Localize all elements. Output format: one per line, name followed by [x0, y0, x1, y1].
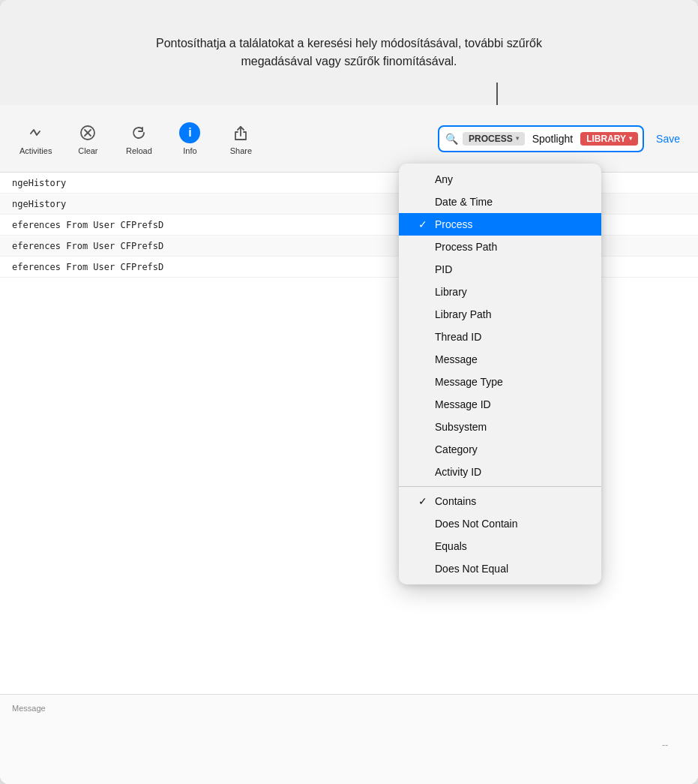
search-bar[interactable]: 🔍 PROCESS ▾ Spotlight LIBRARY ▾: [438, 125, 644, 152]
toolbar: Activities Clear: [0, 105, 698, 173]
reload-icon: [128, 122, 149, 143]
dropdown-item-message-type[interactable]: Message Type: [399, 371, 601, 393]
dropdown-item-any[interactable]: Any: [399, 168, 601, 191]
app-window: Pontosíthatja a találatokat a keresési h…: [0, 0, 698, 784]
info-button[interactable]: i Info: [167, 118, 212, 160]
check-icon: ✓: [417, 218, 429, 230]
share-button[interactable]: Share: [218, 118, 263, 160]
tooltip-area: Pontosíthatja a találatokat a keresési h…: [0, 0, 698, 105]
process-chevron-icon: ▾: [516, 135, 519, 142]
library-token[interactable]: LIBRARY ▾: [580, 132, 638, 146]
dropdown-item-equals[interactable]: Equals: [399, 535, 601, 557]
reload-label: Reload: [126, 146, 152, 155]
search-icon: 🔍: [444, 133, 460, 145]
separator: --: [662, 740, 668, 750]
dropdown-item-process-path[interactable]: Process Path: [399, 236, 601, 258]
dropdown-item-process[interactable]: ✓ Process: [399, 213, 601, 236]
dropdown-item-library[interactable]: Library: [399, 281, 601, 303]
toolbar-right: 🔍 PROCESS ▾ Spotlight LIBRARY ▾ Save: [438, 125, 686, 152]
dropdown-item-library-path[interactable]: Library Path: [399, 303, 601, 326]
library-chevron-icon: ▾: [629, 135, 632, 142]
dropdown-item-does-not-contain[interactable]: Does Not Contain: [399, 512, 601, 535]
dropdown-item-contains[interactable]: ✓ Contains: [399, 490, 601, 512]
reload-button[interactable]: Reload: [116, 118, 161, 160]
detail-panel: Message --: [0, 694, 698, 784]
dropdown-menu: Any Date & Time ✓ Process Process Path P…: [399, 164, 601, 584]
dropdown-item-category[interactable]: Category: [399, 438, 601, 461]
dropdown-item-message-id[interactable]: Message ID: [399, 393, 601, 416]
activities-button[interactable]: Activities: [12, 118, 59, 160]
share-icon: [230, 122, 251, 143]
dropdown-separator: [399, 486, 601, 487]
process-token[interactable]: PROCESS ▾: [463, 132, 525, 146]
detail-label: Message: [0, 695, 698, 716]
save-button[interactable]: Save: [650, 130, 686, 148]
clear-label: Clear: [78, 146, 97, 155]
dropdown-item-pid[interactable]: PID: [399, 258, 601, 281]
clear-button[interactable]: Clear: [65, 118, 110, 160]
tooltip-text: Pontosíthatja a találatokat a keresési h…: [154, 35, 544, 71]
activities-icon: [25, 122, 46, 143]
dropdown-item-subsystem[interactable]: Subsystem: [399, 416, 601, 438]
info-icon: i: [179, 122, 200, 143]
dropdown-item-activity-id[interactable]: Activity ID: [399, 461, 601, 483]
spotlight-text: Spotlight: [528, 131, 577, 146]
toolbar-left: Activities Clear: [12, 118, 438, 160]
check-icon: ✓: [417, 495, 429, 507]
dropdown-item-thread-id[interactable]: Thread ID: [399, 326, 601, 348]
activities-label: Activities: [19, 146, 52, 155]
dropdown-item-does-not-equal[interactable]: Does Not Equal: [399, 557, 601, 580]
dropdown-item-datetime[interactable]: Date & Time: [399, 191, 601, 213]
share-label: Share: [230, 146, 252, 155]
clear-icon: [77, 122, 98, 143]
dropdown-item-message[interactable]: Message: [399, 348, 601, 371]
info-label: Info: [183, 146, 196, 155]
